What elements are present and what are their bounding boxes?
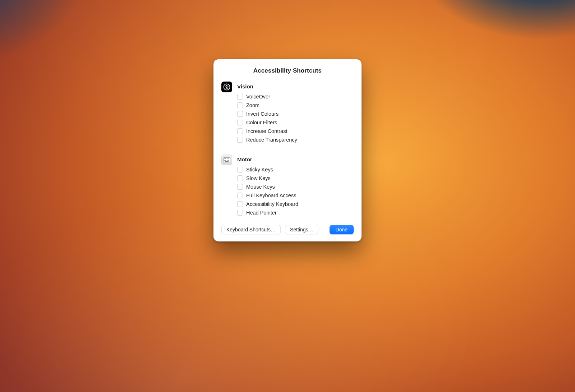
option-label: Invert Colours [246, 111, 279, 117]
keyboard-shortcuts-button[interactable]: Keyboard Shortcuts… [221, 225, 281, 234]
panel-footer: Keyboard Shortcuts… Settings… Done [221, 225, 354, 234]
checkbox[interactable] [237, 193, 243, 198]
section-motor: Motor Sticky Keys Slow Keys Mouse Keys F… [221, 150, 354, 221]
checkbox[interactable] [237, 210, 243, 216]
checkbox[interactable] [237, 184, 243, 190]
done-button[interactable]: Done [330, 225, 354, 234]
option-mouse-keys[interactable]: Mouse Keys [237, 183, 354, 191]
option-label: Mouse Keys [246, 184, 275, 190]
wallpaper-decoration [82, 235, 575, 392]
option-label: Increase Contrast [246, 128, 287, 134]
checkbox[interactable] [237, 175, 243, 181]
checkbox[interactable] [237, 137, 243, 143]
keyboard-icon [221, 155, 232, 165]
section-body: Vision VoiceOver Zoom Invert Colours Col… [237, 82, 354, 144]
option-accessibility-keyboard[interactable]: Accessibility Keyboard [237, 200, 354, 208]
option-colour-filters[interactable]: Colour Filters [237, 118, 354, 127]
option-label: Reduce Transparency [246, 137, 297, 143]
option-head-pointer[interactable]: Head Pointer [237, 208, 354, 217]
checkbox[interactable] [237, 111, 243, 117]
checkbox[interactable] [237, 94, 243, 100]
panel-title: Accessibility Shortcuts [221, 67, 354, 74]
option-zoom[interactable]: Zoom [237, 101, 354, 110]
desktop-wallpaper: Accessibility Shortcuts Vision VoiceOver [0, 0, 575, 392]
option-full-keyboard-access[interactable]: Full Keyboard Access [237, 191, 354, 200]
checkbox[interactable] [237, 201, 243, 207]
option-increase-contrast[interactable]: Increase Contrast [237, 127, 354, 135]
svg-point-1 [226, 85, 227, 86]
checkbox[interactable] [237, 167, 243, 172]
option-sticky-keys[interactable]: Sticky Keys [237, 165, 354, 174]
accessibility-shortcuts-panel: Accessibility Shortcuts Vision VoiceOver [213, 59, 362, 241]
option-label: Slow Keys [246, 175, 271, 181]
section-title-vision: Vision [237, 83, 354, 89]
section-body: Motor Sticky Keys Slow Keys Mouse Keys F… [237, 155, 354, 217]
option-label: Full Keyboard Access [246, 193, 296, 198]
checkbox[interactable] [237, 102, 243, 108]
option-label: Accessibility Keyboard [246, 201, 298, 207]
option-voiceover[interactable]: VoiceOver [237, 92, 354, 101]
option-slow-keys[interactable]: Slow Keys [237, 174, 354, 183]
option-label: Colour Filters [246, 120, 277, 125]
option-label: Zoom [246, 102, 259, 108]
option-invert-colours[interactable]: Invert Colours [237, 110, 354, 118]
option-reduce-transparency[interactable]: Reduce Transparency [237, 135, 354, 144]
accessibility-icon [221, 82, 232, 92]
option-label: Sticky Keys [246, 167, 273, 172]
option-label: VoiceOver [246, 94, 270, 100]
checkbox[interactable] [237, 128, 243, 134]
option-label: Head Pointer [246, 210, 277, 216]
section-title-motor: Motor [237, 156, 354, 162]
checkbox[interactable] [237, 120, 243, 125]
section-vision: Vision VoiceOver Zoom Invert Colours Col… [221, 81, 354, 148]
settings-button[interactable]: Settings… [285, 225, 318, 234]
